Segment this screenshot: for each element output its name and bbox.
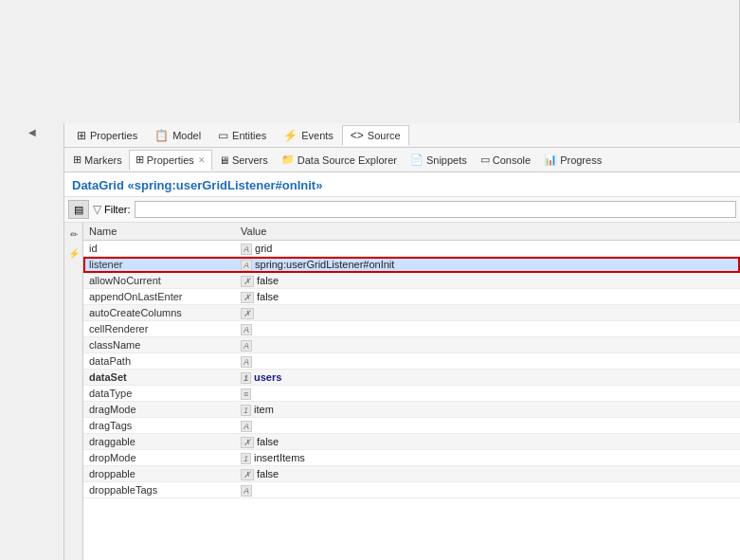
properties-icon: ⊞ xyxy=(77,129,86,142)
tab-properties2[interactable]: ⊞ Properties ✕ xyxy=(129,150,212,171)
tab-source[interactable]: <> Source xyxy=(342,125,409,146)
value-type-icon: 1 xyxy=(241,453,251,464)
table-row[interactable]: dataType≡ xyxy=(83,386,740,402)
tab-snippets[interactable]: 📄 Snippets xyxy=(404,150,474,171)
datagrid-title: DataGrid «spring:userGridListener#onInit… xyxy=(64,172,740,197)
prop-name: dataType xyxy=(83,386,235,402)
entities-icon: ▭ xyxy=(218,129,228,142)
value-type-icon: ≡ xyxy=(241,388,251,400)
prop-name: dragTags xyxy=(83,418,235,434)
prop-name: dragMode xyxy=(83,402,235,418)
main-window: ◀ ⊞ Properties 📋 Model ▭ Entities ⚡ xyxy=(0,0,740,560)
table-row[interactable]: cellRendererA xyxy=(83,321,740,337)
properties-container: ✏ ⚡ Name Value idAgridlistenerAspring:us… xyxy=(64,223,740,560)
prop-name: className xyxy=(83,337,235,353)
tab-model[interactable]: 📋 Model xyxy=(146,125,209,146)
tab-properties[interactable]: ⊞ Properties xyxy=(68,125,146,146)
datasource-icon: 📁 xyxy=(281,154,295,166)
top-area xyxy=(0,0,740,123)
value-type-icon: ✗ xyxy=(241,292,254,303)
right-content: ⊞ Properties 📋 Model ▭ Entities ⚡ Events… xyxy=(64,123,740,560)
prop-value: 1item xyxy=(235,402,740,418)
value-type-icon: A xyxy=(241,421,252,432)
filter-bar: ▤ ▽ Filter: xyxy=(64,197,740,223)
tab-console[interactable]: ▭ Console xyxy=(474,150,537,171)
close-properties-icon[interactable]: ✕ xyxy=(198,155,206,165)
markers-icon: ⊞ xyxy=(73,154,81,166)
table-row[interactable]: allowNoCurrent✗false xyxy=(83,273,740,289)
prop-name: cellRenderer xyxy=(83,321,235,337)
tab-entities[interactable]: ▭ Entities xyxy=(209,125,275,146)
prop-name: draggable xyxy=(83,434,235,450)
table-row[interactable]: droppableTagsA xyxy=(83,482,740,498)
prop-value: A xyxy=(235,337,740,353)
value-type-icon: A xyxy=(241,340,252,352)
filter-input[interactable] xyxy=(135,201,737,218)
prop-name: autoCreateColumns xyxy=(83,305,235,321)
prop-value: ✗false xyxy=(235,434,740,450)
table-row[interactable]: listenerAspring:userGridListener#onInit xyxy=(83,257,740,273)
left-sidebar: ◀ xyxy=(0,123,64,560)
value-type-icon: A xyxy=(241,260,252,271)
value-type-icon: ✗ xyxy=(241,469,254,480)
value-type-icon: ✗ xyxy=(241,276,254,287)
value-type-icon: A xyxy=(241,356,252,368)
prop-value: A xyxy=(235,418,740,434)
value-type-icon: 1 xyxy=(241,405,251,416)
tab-events[interactable]: ⚡ Events xyxy=(275,125,342,146)
prop-value: A xyxy=(235,353,740,370)
col-header-name: Name xyxy=(83,223,235,241)
prop-value: 1users xyxy=(235,370,740,386)
prop-name: droppable xyxy=(83,466,235,482)
prop-value: ✗false xyxy=(235,466,740,482)
value-type-icon: A xyxy=(241,244,252,255)
filter-menu-icon: ▤ xyxy=(74,204,83,216)
properties-table-wrapper: Name Value idAgridlistenerAspring:userGr… xyxy=(83,223,740,560)
table-row[interactable]: dragTagsA xyxy=(83,418,740,434)
table-row[interactable]: dataSet1users xyxy=(83,370,740,386)
toolbar-btn-1[interactable]: ✏ xyxy=(65,226,82,243)
table-row[interactable]: draggable✗false xyxy=(83,434,740,450)
toolbar-btn-2[interactable]: ⚡ xyxy=(65,244,82,262)
prop-value: Aspring:userGridListener#onInit xyxy=(235,257,740,273)
prop-name: allowNoCurrent xyxy=(83,273,235,289)
table-row[interactable]: autoCreateColumns✗ xyxy=(83,305,740,321)
tab-datasource[interactable]: 📁 Data Source Explorer xyxy=(275,150,404,171)
col-header-value: Value xyxy=(235,223,740,241)
table-row[interactable]: droppable✗false xyxy=(83,466,740,482)
model-icon: 📋 xyxy=(154,129,169,142)
prop-value: 1insertItems xyxy=(235,450,740,466)
bottom-tab-bar: ⊞ Markers ⊞ Properties ✕ 🖥 Servers 📁 Dat… xyxy=(64,148,740,172)
prop-name: listener xyxy=(83,257,235,273)
table-row[interactable]: dragMode1item xyxy=(83,402,740,418)
prop-value: ✗false xyxy=(235,289,740,305)
prop-value: ✗false xyxy=(235,273,740,289)
top-tab-bar: ⊞ Properties 📋 Model ▭ Entities ⚡ Events… xyxy=(64,123,740,148)
table-row[interactable]: dataPathA xyxy=(83,353,740,370)
prop-name: droppableTags xyxy=(83,482,235,498)
value-type-icon: A xyxy=(241,485,252,497)
prop-name: dataSet xyxy=(83,370,235,386)
value-type-icon: ✗ xyxy=(241,308,254,319)
value-type-icon: ✗ xyxy=(241,437,254,448)
properties-table: Name Value idAgridlistenerAspring:userGr… xyxy=(83,223,740,498)
prop-name: appendOnLastEnter xyxy=(83,289,235,305)
table-row[interactable]: idAgrid xyxy=(83,241,740,257)
tab-progress[interactable]: 📊 Progress xyxy=(537,150,608,171)
filter-menu-button[interactable]: ▤ xyxy=(68,200,89,219)
prop-value: Agrid xyxy=(235,241,740,257)
table-row[interactable]: classNameA xyxy=(83,337,740,353)
tab-servers[interactable]: 🖥 Servers xyxy=(212,150,275,171)
table-row[interactable]: dropMode1insertItems xyxy=(83,450,740,466)
properties2-icon: ⊞ xyxy=(135,154,144,166)
snippets-icon: 📄 xyxy=(410,154,424,166)
table-row[interactable]: appendOnLastEnter✗false xyxy=(83,289,740,305)
tab-markers[interactable]: ⊞ Markers xyxy=(66,150,129,171)
collapse-arrow[interactable]: ◀ xyxy=(0,123,63,141)
prop-name: dropMode xyxy=(83,450,235,466)
prop-value: ✗ xyxy=(235,305,740,321)
side-toolbar: ✏ ⚡ xyxy=(64,223,83,560)
progress-icon: 📊 xyxy=(544,154,557,166)
filter-label: Filter: xyxy=(104,204,131,215)
servers-icon: 🖥 xyxy=(219,154,229,166)
